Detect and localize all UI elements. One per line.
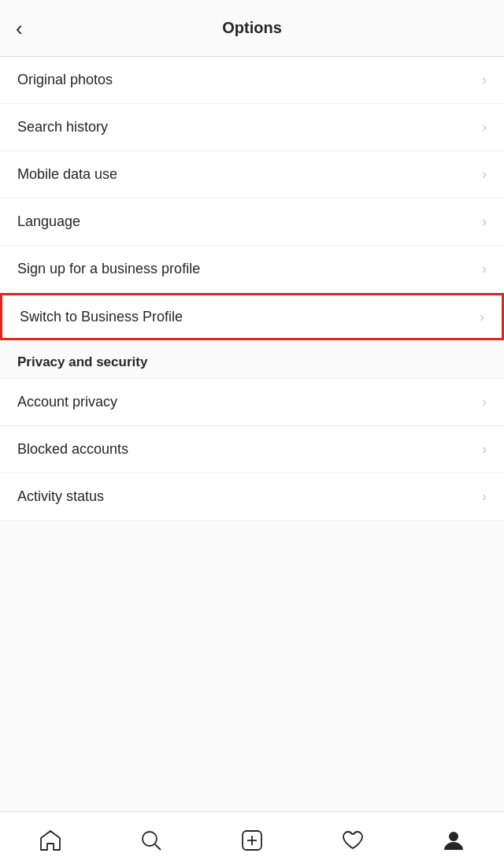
menu-item-blocked-accounts[interactable]: Blocked accounts › — [0, 426, 504, 473]
svg-point-5 — [449, 832, 458, 841]
chevron-icon: › — [482, 166, 487, 183]
search-icon — [139, 829, 163, 852]
nav-search[interactable] — [132, 821, 171, 860]
chevron-icon: › — [482, 441, 487, 458]
nav-plus[interactable] — [232, 821, 272, 860]
chevron-icon: › — [482, 488, 487, 505]
chevron-icon: › — [482, 72, 487, 88]
nav-home[interactable] — [31, 821, 70, 860]
home-icon — [39, 829, 62, 852]
profile-icon — [442, 829, 465, 852]
page-title: Options — [222, 19, 282, 37]
section-title: Privacy and security — [17, 354, 147, 369]
bottom-nav — [0, 811, 504, 868]
back-button[interactable]: ‹ — [16, 18, 23, 39]
chevron-icon: › — [482, 394, 487, 410]
menu-item-search-history[interactable]: Search history › — [0, 104, 504, 151]
chevron-icon: › — [480, 309, 484, 325]
section-header-privacy: Privacy and security — [0, 340, 504, 379]
menu-item-activity-status[interactable]: Activity status › — [0, 473, 504, 521]
menu-item-sign-up-business[interactable]: Sign up for a business profile › — [0, 246, 504, 293]
menu-item-account-privacy[interactable]: Account privacy › — [0, 379, 504, 426]
chevron-icon: › — [482, 261, 487, 277]
svg-point-0 — [143, 832, 157, 846]
heart-icon — [341, 829, 365, 852]
header: ‹ Options — [0, 0, 504, 57]
menu-list: Original photos › Search history › Mobil… — [0, 57, 504, 340]
menu-item-language[interactable]: Language › — [0, 198, 504, 246]
menu-item-mobile-data-use[interactable]: Mobile data use › — [0, 151, 504, 198]
plus-icon — [240, 829, 264, 852]
menu-item-original-photos[interactable]: Original photos › — [0, 57, 504, 104]
svg-line-1 — [155, 844, 161, 850]
privacy-menu-list: Account privacy › Blocked accounts › Act… — [0, 379, 504, 521]
nav-profile[interactable] — [434, 821, 473, 860]
chevron-icon: › — [482, 119, 487, 135]
chevron-icon: › — [482, 213, 487, 230]
nav-heart[interactable] — [333, 821, 372, 860]
menu-item-switch-to-business[interactable]: Switch to Business Profile › — [0, 293, 504, 340]
